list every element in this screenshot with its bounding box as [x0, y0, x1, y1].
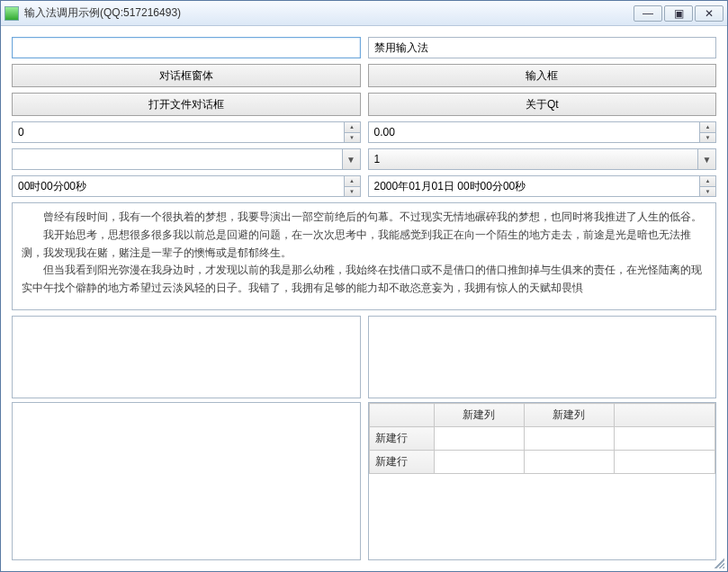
row-header[interactable]: 新建行	[369, 427, 434, 451]
table-cell[interactable]	[524, 427, 614, 451]
combobox-left-value	[13, 149, 342, 169]
combobox-right[interactable]: 1 ▼	[368, 148, 717, 170]
input-box-button[interactable]: 输入框	[368, 64, 717, 87]
datetime-spin-buttons: ▲ ▼	[699, 176, 715, 196]
right-panel: 新建列 新建列 新建行 新建行	[368, 316, 717, 560]
spin-up-icon[interactable]: ▲	[345, 122, 360, 133]
essay-paragraph: 我开始思考，思想很多很多我以前总是回避的问题，在一次次思考中，我能感觉到我正在向…	[22, 227, 706, 263]
table-header-row: 新建列 新建列	[369, 404, 715, 427]
left-panel	[12, 316, 361, 560]
column-header[interactable]: 新建列	[524, 404, 614, 427]
double-spinbox[interactable]: 0.00 ▲ ▼	[368, 121, 717, 143]
table-row[interactable]: 新建行	[369, 427, 715, 451]
close-button[interactable]: ✕	[695, 5, 724, 22]
chevron-down-icon[interactable]: ▼	[697, 149, 715, 169]
text-input-left[interactable]	[12, 37, 361, 58]
essay-paragraph: 曾经有段时间，我有一个很执着的梦想，我要导演出一部空前绝后的句幕。不过现实无情地…	[22, 209, 706, 227]
table-filler	[614, 404, 715, 427]
combobox-left[interactable]: ▼	[12, 148, 361, 170]
text-edit[interactable]: 曾经有段时间，我有一个很执着的梦想，我要导演出一部空前绝后的句幕。不过现实无情地…	[12, 202, 716, 310]
double-spinbox-value[interactable]: 0.00	[369, 122, 700, 142]
chevron-down-icon[interactable]: ▼	[342, 149, 360, 169]
data-table[interactable]: 新建列 新建列 新建行 新建行	[369, 403, 716, 474]
title-bar[interactable]: 输入法调用示例(QQ:517216493) — ▣ ✕	[1, 1, 727, 26]
spin-up-icon[interactable]: ▲	[700, 176, 715, 187]
maximize-button[interactable]: ▣	[664, 5, 693, 22]
client-area: 对话框窗体 输入框 打开文件对话框 关于Qt 0 ▲ ▼ 0.00 ▲ ▼	[1, 26, 727, 571]
table-filler	[614, 427, 715, 451]
time-spin-buttons: ▲ ▼	[344, 176, 360, 196]
minimize-button[interactable]: —	[634, 5, 662, 22]
essay-paragraph: 但当我看到阳光弥漫在我身边时，才发现以前的我是那么幼稚，我始终在找借口或不是借口…	[22, 262, 706, 298]
int-spinbox-value[interactable]: 0	[13, 122, 344, 142]
resize-grip-icon[interactable]	[712, 556, 724, 568]
spin-down-icon[interactable]: ▼	[700, 187, 715, 197]
spin-up-icon[interactable]: ▲	[700, 122, 715, 133]
datetime-edit[interactable]: 2000年01月01日 00时00分00秒 ▲ ▼	[368, 175, 717, 197]
open-file-dialog-button[interactable]: 打开文件对话框	[12, 93, 361, 116]
app-window: 输入法调用示例(QQ:517216493) — ▣ ✕ 对话框窗体 输入框 打开…	[0, 0, 728, 572]
window-controls: — ▣ ✕	[634, 5, 724, 22]
table-cell[interactable]	[434, 427, 524, 451]
text-input-right-ime-disabled[interactable]	[368, 37, 717, 58]
table-row[interactable]: 新建行	[369, 451, 715, 474]
spin-up-icon[interactable]: ▲	[345, 176, 360, 187]
int-spinbox-buttons: ▲ ▼	[344, 122, 360, 142]
table-corner[interactable]	[369, 404, 434, 427]
list-widget-top-left[interactable]	[12, 316, 361, 398]
table-cell[interactable]	[524, 451, 614, 474]
column-header[interactable]: 新建列	[434, 404, 524, 427]
row-header[interactable]: 新建行	[369, 451, 434, 474]
int-spinbox[interactable]: 0 ▲ ▼	[12, 121, 361, 143]
window-title: 输入法调用示例(QQ:517216493)	[24, 5, 634, 21]
datetime-edit-value[interactable]: 2000年01月01日 00时00分00秒	[369, 176, 700, 196]
spin-down-icon[interactable]: ▼	[345, 133, 360, 143]
list-widget-bottom-left[interactable]	[12, 402, 361, 560]
table-widget[interactable]: 新建列 新建列 新建行 新建行	[368, 402, 717, 560]
time-edit[interactable]: 00时00分00秒 ▲ ▼	[12, 175, 361, 197]
double-spinbox-buttons: ▲ ▼	[699, 122, 715, 142]
spin-down-icon[interactable]: ▼	[700, 133, 715, 143]
app-icon	[4, 6, 19, 21]
dialog-window-button[interactable]: 对话框窗体	[12, 64, 361, 87]
time-edit-value[interactable]: 00时00分00秒	[13, 176, 344, 196]
list-widget-top-right[interactable]	[368, 316, 717, 398]
about-qt-button[interactable]: 关于Qt	[368, 93, 717, 116]
table-filler	[614, 451, 715, 474]
spin-down-icon[interactable]: ▼	[345, 187, 360, 197]
table-cell[interactable]	[434, 451, 524, 474]
combobox-right-value: 1	[369, 149, 698, 169]
